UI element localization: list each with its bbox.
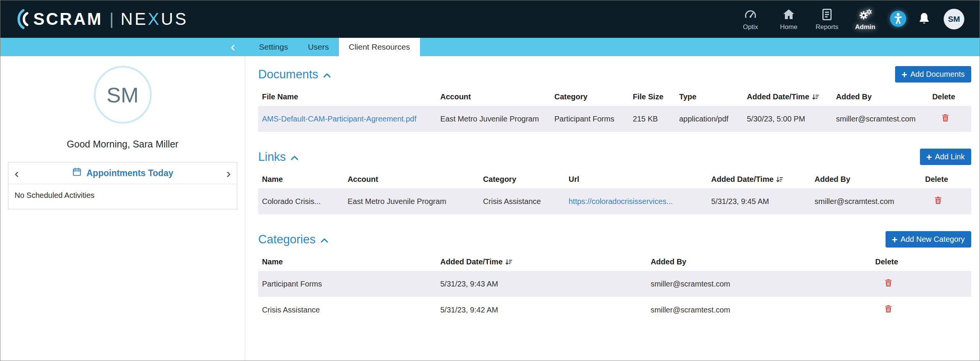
plus-icon: + xyxy=(902,71,907,78)
scram-swoosh-icon xyxy=(13,8,30,30)
nav-item-optix[interactable]: Optix xyxy=(736,8,765,31)
sidebar-collapse-chevron-icon[interactable]: ‹ xyxy=(231,39,235,55)
col-added-by: Added By xyxy=(832,86,929,106)
main-content: Documents + Add Documents xyxy=(245,56,980,361)
bell-icon xyxy=(917,11,931,27)
nav-label-reports: Reports xyxy=(816,23,838,31)
add-new-category-button[interactable]: + Add New Category xyxy=(886,231,971,248)
delete-link-button[interactable] xyxy=(925,196,942,205)
col-added-by: Added By xyxy=(811,169,921,188)
col-added-datetime: Added Date/Time xyxy=(436,251,647,271)
sort-icon[interactable] xyxy=(812,94,819,100)
nav-item-reports[interactable]: Reports xyxy=(813,8,841,31)
trash-icon xyxy=(941,113,949,122)
categories-table: Name Added Date/Time Added By Delete Par… xyxy=(258,251,971,323)
brand-separator: | xyxy=(109,10,114,28)
greeting-text: Good Morning, Sara Miller xyxy=(0,139,245,150)
nav-label-admin: Admin xyxy=(855,23,876,31)
link-category: Crisis Assistance xyxy=(479,188,565,214)
documents-section-header: Documents + Add Documents xyxy=(258,66,971,83)
documents-section: Documents + Add Documents xyxy=(258,66,971,132)
trash-icon xyxy=(884,304,892,313)
documents-table: File Name Account Category File Size Typ… xyxy=(258,86,971,132)
col-account: Account xyxy=(344,169,479,188)
sort-icon[interactable] xyxy=(776,176,783,183)
documents-collapse-toggle[interactable]: Documents xyxy=(258,68,331,81)
link-added-by: smiller@scramtest.com xyxy=(811,188,921,214)
tab-strip: Settings Users Client Resources xyxy=(249,38,420,56)
categories-section-header: Categories + Add New Category xyxy=(258,231,971,248)
col-name: Name xyxy=(258,251,436,271)
gauge-icon xyxy=(744,8,757,21)
categories-collapse-toggle[interactable]: Categories xyxy=(258,233,329,246)
brand-scram: SCRAM xyxy=(33,10,103,29)
tab-settings[interactable]: Settings xyxy=(249,38,298,56)
links-title: Links xyxy=(258,150,286,164)
link-url[interactable]: https://coloradocrisisservices... xyxy=(569,197,673,206)
brand-nexus-x: X xyxy=(148,10,161,28)
delete-category-button[interactable] xyxy=(875,304,892,313)
accessibility-icon xyxy=(889,10,907,29)
col-file-size: File Size xyxy=(629,86,675,106)
appointments-title[interactable]: Appointments Today xyxy=(72,167,173,179)
col-delete: Delete xyxy=(921,169,971,188)
nav-item-admin[interactable]: Admin xyxy=(851,8,879,31)
brand-logo: SCRAM | NEXUS xyxy=(13,8,188,30)
links-table: Name Account Category Url Added Date/Tim… xyxy=(258,169,971,214)
documents-title: Documents xyxy=(258,68,318,81)
user-avatar[interactable]: SM xyxy=(944,9,964,29)
top-navigation: Optix Home xyxy=(736,8,964,31)
document-type: application/pdf xyxy=(675,106,743,132)
documents-header-row: File Name Account Category File Size Typ… xyxy=(258,86,971,106)
notifications-button[interactable] xyxy=(917,11,931,27)
add-link-button[interactable]: + Add Link xyxy=(920,149,971,165)
document-account: East Metro Juvenile Program xyxy=(436,106,550,132)
col-added-datetime: Added Date/Time xyxy=(707,169,811,188)
nav-label-home: Home xyxy=(780,23,797,31)
category-added-by: smiller@scramtest.com xyxy=(647,271,871,297)
document-file-link[interactable]: AMS-Default-CAM-Participant-Agreement.pd… xyxy=(262,115,416,123)
link-added-datetime: 5/31/23, 9:45 AM xyxy=(707,188,811,214)
reports-icon xyxy=(820,8,834,21)
accessibility-button[interactable] xyxy=(889,10,907,29)
links-collapse-toggle[interactable]: Links xyxy=(258,150,299,164)
links-table-row: Colorado Crisis... East Metro Juvenile P… xyxy=(258,188,971,214)
appointments-card: ‹ Appointments Today › xyxy=(8,162,237,209)
col-added-by: Added By xyxy=(647,251,871,271)
category-added-datetime: 5/31/23, 9:42 AM xyxy=(436,297,647,323)
brand-nexus: NEXUS xyxy=(120,10,188,29)
home-icon xyxy=(782,8,796,21)
appointments-empty-message: No Scheduled Activities xyxy=(8,184,237,209)
tab-users[interactable]: Users xyxy=(298,38,339,56)
document-added-datetime: 5/30/23, 5:00 PM xyxy=(743,106,832,132)
chevron-up-icon xyxy=(290,150,299,164)
links-section: Links + Add Link xyxy=(258,149,971,214)
category-added-by: smiller@scramtest.com xyxy=(647,297,871,323)
profile-avatar: SM xyxy=(94,66,151,123)
add-documents-button[interactable]: + Add Documents xyxy=(895,66,971,83)
col-url: Url xyxy=(565,169,708,188)
tab-client-resources[interactable]: Client Resources xyxy=(339,38,420,56)
appointments-next-chevron-icon[interactable]: › xyxy=(226,167,231,179)
categories-table-row: Participant Forms 5/31/23, 9:43 AM smill… xyxy=(258,271,971,297)
link-account: East Metro Juvenile Program xyxy=(344,188,479,214)
nav-item-home[interactable]: Home xyxy=(775,8,803,31)
delete-document-button[interactable] xyxy=(932,113,949,122)
appointments-prev-chevron-icon[interactable]: ‹ xyxy=(15,167,19,179)
documents-table-row: AMS-Default-CAM-Participant-Agreement.pd… xyxy=(258,106,971,132)
delete-category-button[interactable] xyxy=(875,278,892,287)
gears-icon xyxy=(858,8,872,21)
category-name: Participant Forms xyxy=(258,271,436,297)
links-header-row: Name Account Category Url Added Date/Tim… xyxy=(258,169,971,188)
trash-icon xyxy=(884,278,892,287)
document-added-by: smiller@scramtest.com xyxy=(832,106,929,132)
sort-icon[interactable] xyxy=(505,259,513,265)
category-name: Crisis Assistance xyxy=(258,297,436,323)
trash-icon xyxy=(934,196,942,205)
col-delete: Delete xyxy=(871,251,971,271)
col-account: Account xyxy=(436,86,550,106)
sub-bar: ‹ Settings Users Client Resources xyxy=(0,38,980,56)
col-category: Category xyxy=(550,86,629,106)
nav-label-optix: Optix xyxy=(743,23,758,31)
categories-title: Categories xyxy=(258,233,316,246)
